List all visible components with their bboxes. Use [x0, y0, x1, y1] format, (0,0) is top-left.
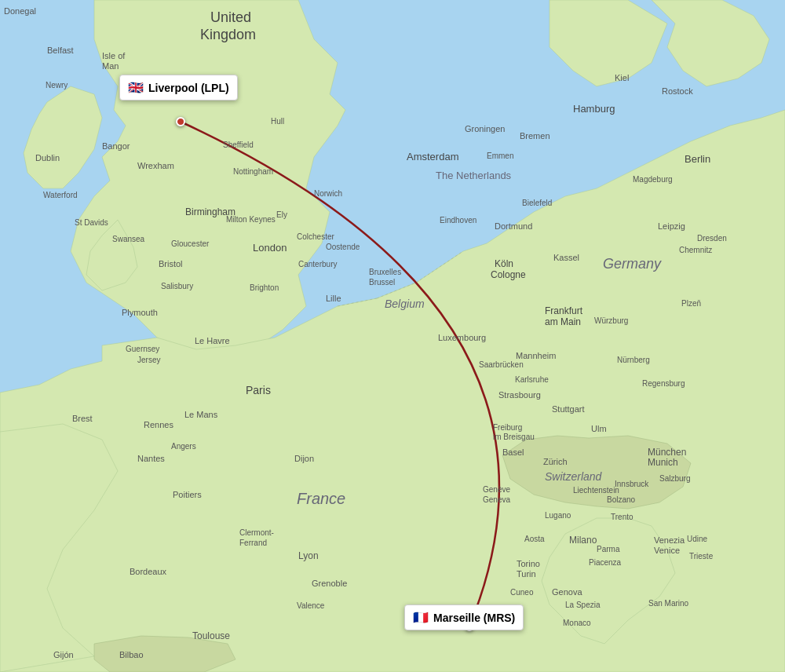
svg-text:Paris: Paris	[246, 384, 271, 396]
svg-text:Milano: Milano	[569, 535, 597, 546]
svg-text:Brighton: Brighton	[250, 283, 279, 292]
svg-text:Hamburg: Hamburg	[573, 103, 615, 115]
svg-text:Switzerland: Switzerland	[545, 470, 603, 483]
svg-text:Lugano: Lugano	[545, 511, 571, 520]
svg-text:Bruxelles: Bruxelles	[369, 268, 401, 276]
svg-text:The Netherlands: The Netherlands	[436, 170, 512, 181]
svg-text:San Marino: San Marino	[648, 599, 689, 608]
svg-text:Oostende: Oostende	[326, 243, 360, 251]
marseille-label: 🇫🇷 Marseille (MRS)	[404, 604, 524, 630]
svg-text:Ely: Ely	[276, 210, 287, 219]
svg-text:Sheffield: Sheffield	[223, 141, 254, 149]
svg-text:Lyon: Lyon	[298, 550, 319, 561]
france-flag: 🇫🇷	[413, 610, 429, 625]
svg-text:St Davids: St Davids	[75, 218, 108, 227]
svg-text:Kiel: Kiel	[615, 73, 629, 82]
marseille-label-text: Marseille (MRS)	[433, 612, 515, 624]
svg-text:Luxembourg: Luxembourg	[438, 333, 486, 342]
svg-text:Plymouth: Plymouth	[122, 308, 158, 317]
svg-text:Clermont-: Clermont-	[239, 528, 274, 537]
svg-text:Dresden: Dresden	[697, 234, 727, 243]
svg-text:Newry: Newry	[46, 81, 68, 89]
svg-text:Genève: Genève	[483, 485, 510, 494]
svg-text:Brussel: Brussel	[369, 278, 395, 287]
svg-text:Milton Keynes: Milton Keynes	[226, 215, 276, 224]
svg-text:La Spezia: La Spezia	[565, 601, 601, 609]
svg-text:Nottingham: Nottingham	[233, 167, 273, 176]
svg-text:Rennes: Rennes	[144, 420, 173, 429]
liverpool-label: 🇬🇧 Liverpool (LPL)	[119, 75, 238, 100]
svg-text:Norwich: Norwich	[314, 189, 342, 198]
svg-text:im Breisgau: im Breisgau	[493, 433, 535, 441]
svg-text:Bordeaux: Bordeaux	[130, 567, 167, 576]
svg-text:Venezia: Venezia	[654, 535, 685, 545]
svg-text:Venice: Venice	[654, 546, 680, 555]
svg-text:Le Mans: Le Mans	[184, 410, 218, 419]
svg-text:Salzburg: Salzburg	[659, 474, 690, 483]
svg-text:Strasbourg: Strasbourg	[498, 390, 541, 400]
liverpool-dot	[176, 117, 185, 126]
svg-text:Donegal: Donegal	[4, 6, 36, 16]
svg-text:Monaco: Monaco	[563, 619, 591, 627]
svg-text:Bremen: Bremen	[520, 131, 550, 141]
svg-text:Rostock: Rostock	[662, 86, 693, 96]
svg-text:Gloucester: Gloucester	[171, 239, 210, 248]
svg-text:Belfast: Belfast	[47, 46, 74, 55]
uk-flag: 🇬🇧	[128, 80, 144, 95]
svg-text:Gijón: Gijón	[53, 650, 74, 659]
svg-text:Liechtenstein: Liechtenstein	[573, 486, 619, 495]
svg-text:Aosta: Aosta	[524, 535, 545, 543]
svg-text:Groningen: Groningen	[465, 124, 505, 133]
svg-text:Colchester: Colchester	[297, 232, 334, 241]
svg-text:Bolzano: Bolzano	[607, 495, 636, 504]
svg-text:Parma: Parma	[597, 545, 620, 553]
svg-text:Frankfurt: Frankfurt	[545, 305, 583, 316]
svg-text:Leipzig: Leipzig	[658, 221, 685, 231]
svg-text:München: München	[648, 447, 686, 458]
svg-text:Belgium: Belgium	[385, 298, 425, 310]
svg-text:Würzburg: Würzburg	[594, 316, 628, 325]
svg-text:Swansea: Swansea	[112, 235, 145, 243]
liverpool-label-text: Liverpool (LPL)	[148, 82, 229, 94]
svg-text:Hull: Hull	[271, 117, 284, 126]
svg-text:Angers: Angers	[171, 442, 196, 451]
svg-text:Bilbao: Bilbao	[119, 650, 144, 659]
svg-text:Geneva: Geneva	[483, 495, 510, 504]
svg-text:Nantes: Nantes	[137, 454, 165, 463]
svg-text:Genova: Genova	[552, 587, 582, 597]
svg-text:Innsbruck: Innsbruck	[615, 480, 649, 488]
svg-text:Karlsruhe: Karlsruhe	[515, 375, 549, 384]
svg-text:Amsterdam: Amsterdam	[407, 151, 458, 163]
svg-text:Kassel: Kassel	[553, 253, 579, 262]
svg-text:Poitiers: Poitiers	[173, 490, 202, 499]
svg-text:Chemnitz: Chemnitz	[679, 246, 712, 254]
svg-text:Dijon: Dijon	[294, 454, 314, 463]
svg-text:Valence: Valence	[297, 601, 325, 610]
svg-text:Stuttgart: Stuttgart	[552, 404, 585, 414]
svg-text:Man: Man	[102, 61, 119, 71]
svg-text:Zürich: Zürich	[543, 457, 568, 466]
svg-text:London: London	[253, 242, 287, 254]
svg-text:Brest: Brest	[72, 414, 93, 423]
svg-text:Jersey: Jersey	[137, 356, 160, 364]
svg-text:Cologne: Cologne	[491, 269, 526, 280]
svg-text:Turin: Turin	[517, 569, 536, 579]
svg-text:Kingdom: Kingdom	[200, 27, 256, 42]
map-container: United Kingdom Isle of Man Belfast Dubli…	[0, 0, 785, 672]
svg-text:France: France	[297, 490, 345, 507]
svg-text:Toulouse: Toulouse	[192, 630, 230, 641]
svg-text:Berlin: Berlin	[685, 153, 710, 165]
svg-text:Bielefeld: Bielefeld	[522, 199, 552, 207]
svg-text:Salisbury: Salisbury	[161, 282, 193, 290]
svg-text:Magdeburg: Magdeburg	[633, 175, 673, 184]
svg-text:Ferrand: Ferrand	[239, 539, 267, 547]
svg-text:Freiburg: Freiburg	[493, 423, 522, 432]
svg-text:Piacenza: Piacenza	[589, 558, 622, 567]
svg-text:Udine: Udine	[687, 535, 708, 543]
svg-text:Isle of: Isle of	[102, 51, 126, 60]
svg-text:Munich: Munich	[648, 457, 678, 468]
svg-text:Eindhoven: Eindhoven	[440, 216, 476, 225]
svg-text:Basel: Basel	[502, 447, 524, 457]
svg-text:Torino: Torino	[517, 559, 540, 568]
svg-text:United: United	[210, 9, 251, 25]
